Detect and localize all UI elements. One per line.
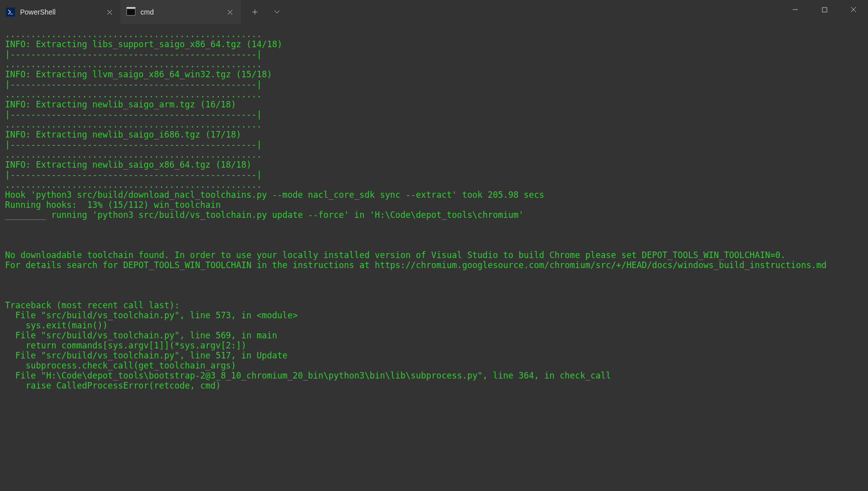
maximize-button[interactable] bbox=[810, 0, 839, 19]
tab-cmd[interactable]: cmd bbox=[120, 0, 241, 24]
close-icon[interactable] bbox=[225, 7, 235, 17]
close-icon[interactable] bbox=[104, 7, 114, 17]
svg-rect-0 bbox=[822, 8, 827, 12]
tab-label: PowerShell bbox=[20, 8, 104, 16]
tab-actions bbox=[241, 4, 291, 20]
minimize-button[interactable] bbox=[781, 0, 810, 19]
titlebar: PowerShell cmd bbox=[0, 0, 868, 24]
terminal-output[interactable]: ........................................… bbox=[0, 24, 868, 396]
tab-dropdown-button[interactable] bbox=[266, 4, 288, 20]
new-tab-button[interactable] bbox=[244, 4, 266, 20]
close-window-button[interactable] bbox=[839, 0, 868, 19]
tab-powershell[interactable]: PowerShell bbox=[0, 0, 120, 24]
window-controls bbox=[781, 0, 868, 24]
tab-strip: PowerShell cmd bbox=[0, 0, 241, 24]
cmd-icon bbox=[126, 8, 135, 17]
powershell-icon bbox=[6, 8, 15, 17]
tab-label: cmd bbox=[140, 8, 225, 16]
